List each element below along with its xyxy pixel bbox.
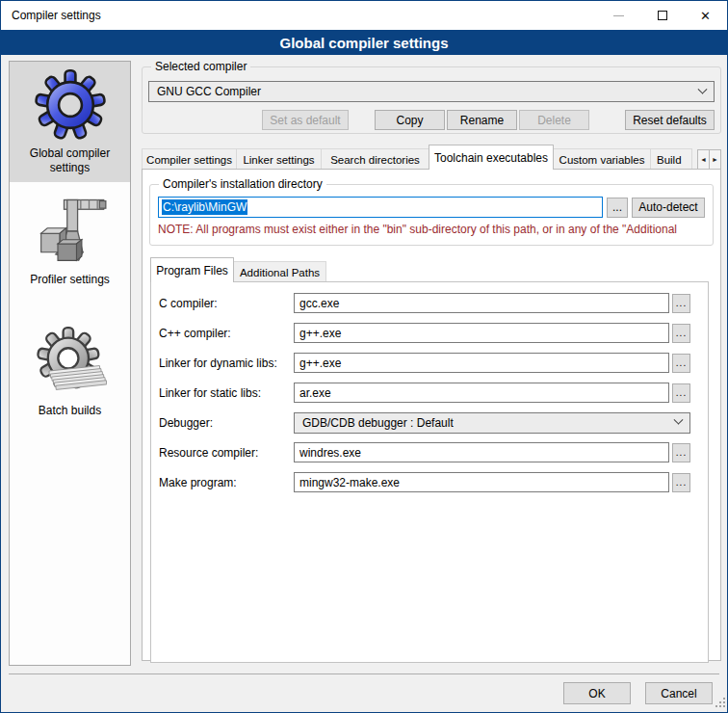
dynamic-linker-label: Linker for dynamic libs: — [159, 356, 294, 370]
cpp-compiler-label: C++ compiler: — [159, 327, 294, 340]
arrow-left-icon: ◄ — [700, 156, 707, 163]
program-files-page: C compiler: ... C++ compiler: ... Linker… — [150, 281, 709, 663]
rename-button[interactable]: Rename — [447, 110, 517, 130]
window-title: Compiler settings — [1, 9, 101, 22]
compiler-settings-dialog: Compiler settings ✕ Global compiler sett… — [0, 0, 728, 713]
install-dir-browse-button[interactable]: ... — [607, 198, 628, 218]
chevron-down-icon — [698, 84, 708, 93]
tab-custom-variables[interactable]: Custom variables — [553, 148, 651, 170]
gray-gear-stack-icon — [32, 324, 109, 401]
field-row-c-compiler: C compiler: ... — [159, 293, 690, 313]
tab-program-files[interactable]: Program Files — [150, 257, 234, 282]
reset-defaults-button[interactable]: Reset defaults — [625, 110, 715, 130]
compiler-buttons-row: Set as default Copy Rename Delete Reset … — [148, 110, 715, 130]
arrow-right-icon: ► — [712, 156, 718, 163]
installation-directory-group: Compiler's installation directory C:\ray… — [149, 184, 714, 246]
minimize-button[interactable] — [597, 1, 640, 30]
cpp-compiler-browse-button[interactable]: ... — [672, 324, 690, 343]
cpp-compiler-input[interactable] — [294, 323, 669, 343]
caption-buttons: ✕ — [597, 1, 727, 30]
close-button[interactable]: ✕ — [684, 1, 727, 30]
dynamic-linker-input[interactable] — [294, 353, 669, 373]
debugger-select[interactable]: GDB/CDB debugger : Default — [294, 412, 690, 434]
c-compiler-browse-button[interactable]: ... — [672, 294, 690, 313]
sidebar-item-label: Batch builds — [39, 404, 101, 418]
sidebar-item-profiler-settings[interactable]: Profiler settings — [10, 188, 130, 294]
field-row-static-linker: Linker for static libs: ... — [159, 383, 690, 403]
tab-scroll-right-button[interactable]: ► — [709, 149, 721, 170]
tab-additional-paths[interactable]: Additional Paths — [233, 261, 326, 282]
tab-compiler-settings[interactable]: Compiler settings — [142, 148, 237, 170]
settings-tabbar: Compiler settings Linker settings Search… — [142, 145, 721, 170]
minimize-icon — [613, 15, 624, 16]
dialog-header-title: Global compiler settings — [279, 35, 448, 51]
make-program-input[interactable] — [294, 472, 669, 492]
resource-compiler-input[interactable] — [294, 442, 669, 462]
field-row-debugger: Debugger: GDB/CDB debugger : Default — [159, 412, 690, 433]
maximize-button[interactable] — [640, 1, 684, 30]
debugger-label: Debugger: — [159, 416, 294, 430]
field-row-cpp-compiler: C++ compiler: ... — [159, 323, 690, 343]
tab-scroll-buttons: ◄ ► — [698, 149, 721, 170]
field-row-make-program: Make program: ... — [159, 472, 690, 492]
resource-compiler-browse-button[interactable]: ... — [672, 443, 690, 462]
titlebar: Compiler settings ✕ — [1, 1, 727, 30]
resource-compiler-label: Resource compiler: — [159, 446, 294, 460]
footer: OK Cancel — [1, 682, 713, 704]
delete-button[interactable]: Delete — [519, 110, 589, 130]
copy-button[interactable]: Copy — [375, 110, 445, 130]
field-row-dynamic-linker: Linker for dynamic libs: ... — [159, 353, 690, 373]
install-dir-note: NOTE: All programs must exist either in … — [158, 223, 705, 236]
static-linker-label: Linker for static libs: — [159, 386, 294, 400]
selected-compiler-group-label: Selected compiler — [151, 60, 250, 73]
blue-gear-icon — [32, 66, 109, 144]
static-linker-browse-button[interactable]: ... — [672, 383, 690, 403]
tab-toolchain-executables[interactable]: Toolchain executables — [429, 145, 554, 170]
field-row-resource-compiler: Resource compiler: ... — [159, 442, 690, 462]
installation-directory-row: C:\raylib\MinGW ... Auto-detect — [158, 197, 705, 218]
compiler-select-value: GNU GCC Compiler — [157, 85, 699, 98]
tab-search-directories[interactable]: Search directories — [321, 148, 429, 170]
install-dir-input[interactable]: C:\raylib\MinGW — [158, 197, 603, 218]
program-files-tabbar: Program Files Additional Paths — [150, 258, 714, 282]
maximize-icon — [658, 11, 667, 20]
toolchain-executables-page: Compiler's installation directory C:\ray… — [142, 169, 721, 661]
close-icon: ✕ — [700, 10, 711, 22]
settings-sidebar: Global compiler settings — [9, 61, 131, 666]
c-compiler-label: C compiler: — [159, 297, 294, 310]
make-program-browse-button[interactable]: ... — [672, 473, 690, 492]
compiler-select[interactable]: GNU GCC Compiler — [148, 81, 715, 102]
tab-linker-settings[interactable]: Linker settings — [236, 148, 322, 170]
tab-build-options-clipped[interactable]: Build — [650, 148, 692, 170]
cancel-button[interactable]: Cancel — [645, 682, 713, 704]
install-dir-selected-text: C:\raylib\MinGW — [162, 199, 247, 215]
make-program-label: Make program: — [159, 476, 294, 489]
dialog-header: Global compiler settings — [1, 30, 727, 55]
static-linker-input[interactable] — [294, 383, 669, 403]
sidebar-item-batch-builds[interactable]: Batch builds — [10, 319, 130, 425]
sidebar-item-label: Profiler settings — [30, 273, 110, 287]
ok-button[interactable]: OK — [563, 682, 631, 704]
footer-divider — [9, 673, 719, 674]
chevron-down-icon — [674, 415, 684, 425]
autodetect-button[interactable]: Auto-detect — [632, 198, 705, 218]
caliper-icon — [32, 193, 109, 270]
resize-grip-icon[interactable] — [715, 697, 725, 710]
debugger-select-value: GDB/CDB debugger : Default — [302, 416, 675, 430]
main-panel: Selected compiler GNU GCC Compiler Set a… — [142, 55, 721, 661]
installation-directory-group-label: Compiler's installation directory — [159, 177, 326, 191]
c-compiler-input[interactable] — [294, 293, 669, 313]
set-as-default-button[interactable]: Set as default — [262, 110, 349, 130]
sidebar-item-global-compiler-settings[interactable]: Global compiler settings — [10, 62, 130, 182]
dynamic-linker-browse-button[interactable]: ... — [672, 354, 690, 373]
sidebar-item-label: Global compiler settings — [12, 146, 128, 175]
selected-compiler-group: Selected compiler GNU GCC Compiler Set a… — [142, 66, 721, 134]
